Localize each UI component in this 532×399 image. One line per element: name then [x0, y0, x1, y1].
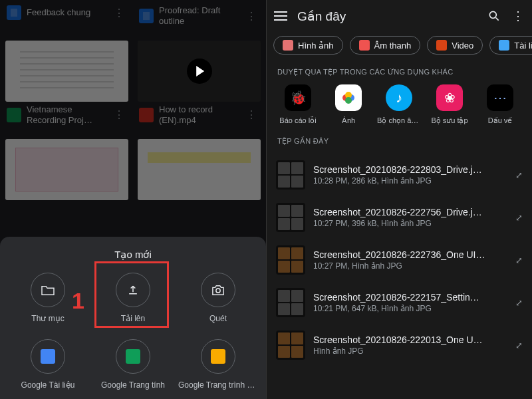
- drive-pane: Feedback chung ⋮ Proofread: Draft outlin…: [0, 0, 266, 399]
- expand-icon[interactable]: ⤢: [512, 341, 525, 350]
- recent-files-list: Screenshot_20210826-222803_Drive.j…10:28…: [267, 154, 532, 366]
- gallery-icon: ❀: [436, 84, 463, 111]
- topbar: Gần đây ⋮: [267, 0, 532, 32]
- file-row[interactable]: Screenshot_20210826-222157_Settin…10:21 …: [273, 281, 528, 324]
- document-icon: [499, 40, 509, 51]
- docs-icon: [31, 339, 65, 374]
- app-gallery[interactable]: ❀Bộ sưu tập: [428, 84, 471, 125]
- app-bugreport[interactable]: 🐞Báo cáo lỗi: [276, 84, 320, 125]
- scan[interactable]: Quét: [176, 273, 261, 323]
- expand-icon[interactable]: ⤢: [512, 213, 525, 222]
- file-thumbnail: [276, 203, 305, 232]
- traces-icon: ⋯: [487, 84, 513, 111]
- page-title: Gần đây: [297, 9, 477, 24]
- file-row[interactable]: Screenshot_20210826-222013_One U…Hình ản…: [273, 324, 528, 366]
- file-meta: 10:27 PM, 396 kB, Hình ảnh JPG: [313, 219, 504, 228]
- file-name: Screenshot_20210826-222756_Drive.j…: [313, 207, 504, 217]
- file-thumbnail: [276, 245, 305, 275]
- file-name: Screenshot_20210826-222157_Settin…: [313, 292, 504, 303]
- folder-icon: [31, 273, 65, 307]
- svg-point-3: [489, 11, 496, 18]
- app-sound[interactable]: ♪Bộ chọn âm tha…: [377, 84, 421, 125]
- filter-chips: Hình ảnh Âm thanh Video Tài liệu: [267, 32, 532, 61]
- browse-apps-header: DUYỆT QUA TỆP TRONG CÁC ỨNG DỤNG KHÁC: [267, 61, 532, 84]
- file-name: Screenshot_20210826-222736_One UI…: [313, 249, 504, 260]
- app-photos[interactable]: Ảnh: [327, 84, 370, 125]
- overflow-icon[interactable]: ⋮: [511, 9, 525, 23]
- file-row[interactable]: Screenshot_20210826-222803_Drive.j…10:28…: [273, 154, 528, 196]
- file-meta: 10:27 PM, Hình ảnh JPG: [313, 261, 504, 271]
- app-traces[interactable]: ⋯Dấu vế: [478, 84, 522, 125]
- expand-icon[interactable]: ⤢: [512, 299, 525, 307]
- svg-point-7: [345, 97, 352, 104]
- file-row[interactable]: Screenshot_20210826-222756_Drive.j…10:27…: [273, 196, 528, 239]
- file-name: Screenshot_20210826-222803_Drive.j…: [313, 164, 504, 175]
- chip-video[interactable]: Video: [427, 36, 483, 55]
- audio-icon: [359, 40, 370, 51]
- file-picker-pane: Gần đây ⋮ Hình ảnh Âm thanh Video Tài li…: [266, 0, 532, 399]
- camera-icon: [201, 273, 235, 307]
- file-meta: Hình ảnh JPG: [313, 346, 504, 356]
- file-meta: 10:21 PM, 647 kB, Hình ảnh JPG: [313, 304, 504, 313]
- annotation-label-1: 1: [72, 288, 84, 314]
- file-row[interactable]: Screenshot_20210826-222736_One UI…10:27 …: [273, 239, 528, 281]
- bug-icon: 🐞: [285, 84, 311, 111]
- create-slides[interactable]: Google Trang trình bày: [176, 339, 261, 390]
- search-icon[interactable]: [487, 9, 501, 23]
- menu-icon[interactable]: [273, 9, 288, 23]
- expand-icon[interactable]: ⤢: [512, 171, 525, 180]
- svg-point-2: [216, 289, 220, 293]
- expand-icon[interactable]: ⤢: [512, 256, 525, 265]
- create-sheets[interactable]: Google Trang tính: [90, 339, 176, 390]
- sheets-icon: [116, 339, 150, 374]
- annotation-box-1: [94, 261, 169, 328]
- slides-icon: [201, 339, 235, 374]
- chip-audio[interactable]: Âm thanh: [350, 36, 421, 55]
- file-thumbnail: [276, 160, 305, 190]
- chip-docs[interactable]: Tài liệu: [489, 36, 532, 55]
- create-docs[interactable]: Google Tài liệu: [5, 339, 90, 390]
- file-meta: 10:28 PM, 286 kB, Hình ảnh JPG: [313, 176, 504, 186]
- photos-icon: [335, 84, 362, 111]
- image-icon: [283, 40, 293, 51]
- browse-apps: 🐞Báo cáo lỗi Ảnh ♪Bộ chọn âm tha… ❀Bộ sư…: [267, 84, 532, 130]
- file-thumbnail: [276, 331, 305, 360]
- sheet-title: Tạo mới: [5, 249, 261, 261]
- recent-files-header: TỆP GẦN ĐÂY: [267, 130, 532, 154]
- file-name: Screenshot_20210826-222013_One U…: [313, 334, 504, 345]
- video-icon: [436, 40, 447, 51]
- music-icon: ♪: [386, 84, 412, 111]
- file-thumbnail: [276, 288, 305, 317]
- chip-images[interactable]: Hình ảnh: [273, 36, 343, 55]
